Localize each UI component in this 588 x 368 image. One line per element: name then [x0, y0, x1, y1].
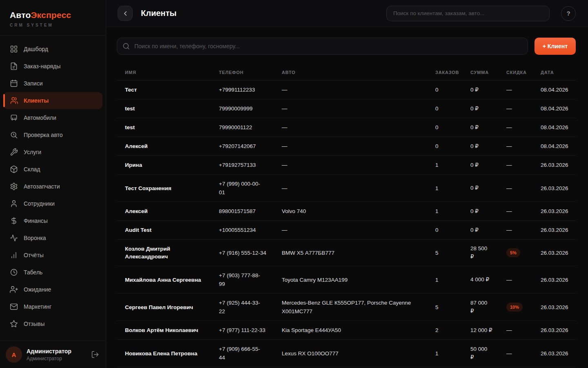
sidebar-item-dashboard[interactable]: Дашборд — [3, 40, 102, 58]
client-search-input[interactable] — [117, 38, 528, 55]
discount-value: — — [506, 277, 512, 283]
sidebar-nav: Дашборд Заказ-наряды Записи Клиенты Авто… — [0, 36, 106, 341]
table-row[interactable]: Ирина +79192757133 — 1 0 ₽ — 26.03.2026 — [117, 156, 576, 175]
bar-chart-icon — [10, 251, 18, 259]
avatar: A — [6, 346, 22, 363]
client-discount: — — [506, 162, 541, 168]
table-row[interactable]: Волков Артём Николаевич +7 (977) 111-22-… — [117, 321, 576, 340]
client-discount: — — [506, 143, 541, 149]
discount-value: — — [506, 327, 512, 333]
global-search-input[interactable] — [386, 6, 550, 21]
sidebar-item-label: Табель — [24, 269, 42, 276]
client-phone: +79991112233 — [219, 85, 282, 94]
column-header-phone: ТЕЛЕФОН — [219, 70, 282, 75]
sidebar-item-reviews[interactable]: Отзывы — [3, 315, 102, 332]
discount-value: — — [506, 124, 512, 130]
client-sum: 87 000 ₽ — [470, 299, 506, 315]
client-discount: — — [506, 227, 541, 233]
client-phone: +7 (909) 666-55- 44 — [219, 345, 282, 362]
client-sum: 0 ₽ — [470, 105, 506, 113]
sidebar-item-cars[interactable]: Автомобили — [3, 109, 102, 126]
table-row[interactable]: Козлов Дмитрий Александрович +7 (916) 55… — [117, 240, 576, 266]
mail-icon — [10, 303, 18, 311]
brand-subtitle: CRM SYSTEM — [10, 23, 96, 27]
client-phone: +7 (925) 444-33- 22 — [219, 298, 282, 316]
brand-logo: АвтоЭкспресс CRM SYSTEM — [0, 0, 106, 36]
user-plus-icon — [10, 285, 18, 294]
sidebar-item-label: Дашборд — [24, 46, 48, 52]
client-name: Волков Артём Николаевич — [117, 326, 219, 334]
sidebar-item-auto-parts[interactable]: Автозапчасти — [3, 178, 102, 195]
gear-icon — [10, 182, 18, 191]
clients-toolbar: + Клиент — [117, 38, 576, 55]
sidebar-item-finance[interactable]: Финансы — [3, 212, 102, 229]
client-sum: 0 ₽ — [470, 123, 506, 132]
client-sum: 0 ₽ — [470, 142, 506, 150]
table-row[interactable]: Алексей 898001571587 Volvo 740 1 0 ₽ — 2… — [117, 202, 576, 221]
client-auto: — — [282, 104, 434, 113]
client-sum: 50 000 ₽ — [470, 345, 506, 361]
column-header-auto: АВТО — [282, 70, 434, 75]
sidebar-item-warehouse[interactable]: Склад — [3, 161, 102, 178]
client-date: 26.03.2026 — [541, 350, 576, 357]
sidebar-item-services[interactable]: Услуги — [3, 144, 102, 161]
sidebar-item-staff[interactable]: Сотрудники — [3, 195, 102, 212]
top-header: Клиенты ? — [106, 0, 588, 27]
sidebar-item-clients[interactable]: Клиенты — [3, 92, 102, 109]
sidebar-item-records[interactable]: Записи — [3, 75, 102, 92]
logout-button[interactable] — [90, 350, 100, 359]
client-phone: 898001571587 — [219, 207, 282, 215]
client-date: 26.03.2026 — [541, 250, 576, 256]
car-icon — [10, 114, 18, 122]
sidebar-item-work-orders[interactable]: Заказ-наряды — [3, 58, 102, 75]
client-phone: 79990001122 — [219, 123, 282, 132]
sidebar-item-funnel[interactable]: Воронка — [3, 229, 102, 247]
table-row[interactable]: Сергеев Павел Игоревич +7 (925) 444-33- … — [117, 294, 576, 321]
client-discount: — — [506, 185, 541, 191]
back-button[interactable] — [118, 6, 133, 21]
sidebar-item-car-check[interactable]: Проверка авто — [3, 126, 102, 144]
table-row[interactable]: Тест +79991112233 — 0 0 ₽ — 08.04.2026 — [117, 81, 576, 99]
client-orders: 1 — [434, 185, 470, 191]
sidebar-item-marketing[interactable]: Маркетинг — [3, 298, 102, 315]
client-sum: 0 ₽ — [470, 184, 506, 192]
client-discount: — — [506, 87, 541, 93]
table-row[interactable]: Михайлова Анна Сергеевна +7 (903) 777-88… — [117, 266, 576, 294]
sidebar-item-waiting[interactable]: Ожидание — [3, 281, 102, 298]
client-phone: +79192757133 — [219, 161, 282, 169]
client-date: 08.04.2026 — [541, 124, 576, 130]
client-discount: — — [506, 105, 541, 112]
sidebar-item-label: Отзывы — [24, 321, 45, 327]
table-row[interactable]: test 79990001122 — 0 0 ₽ — 08.04.2026 — [117, 118, 576, 137]
discount-value: — — [506, 143, 512, 149]
client-orders: 0 — [434, 227, 470, 233]
sidebar-item-reports[interactable]: Отчёты — [3, 247, 102, 264]
table-row[interactable]: test 79990009999 — 0 0 ₽ — 08.04.2026 — [117, 99, 576, 118]
main-area: Клиенты ? + Клиент ИМЯ ТЕЛЕФОН АВТО ЗАКА… — [106, 0, 588, 368]
client-auto: Volvo 740 — [282, 207, 434, 215]
help-button[interactable]: ? — [561, 6, 576, 21]
sidebar-item-label: Проверка авто — [24, 132, 63, 138]
column-header-sum: СУММА — [470, 70, 506, 75]
sidebar-item-label: Сотрудники — [24, 200, 55, 207]
activity-icon — [10, 234, 18, 242]
search-check-icon — [10, 131, 18, 139]
client-orders: 1 — [434, 350, 470, 357]
client-name: Новикова Елена Петровна — [117, 350, 219, 357]
table-row[interactable]: Новикова Елена Петровна +7 (909) 666-55-… — [117, 340, 576, 367]
client-discount: 5% — [506, 248, 541, 257]
client-orders: 1 — [434, 208, 470, 214]
client-auto: — — [282, 161, 434, 169]
clients-icon — [10, 96, 18, 105]
client-phone: +10005551234 — [219, 226, 282, 234]
table-header-row: ИМЯ ТЕЛЕФОН АВТО ЗАКАЗОВ СУММА СКИДКА ДА… — [117, 65, 576, 81]
table-row[interactable]: Алексей +79207142067 — 0 0 ₽ — 08.04.202… — [117, 137, 576, 156]
sidebar-item-timesheet[interactable]: Табель — [3, 264, 102, 281]
clients-page: + Клиент ИМЯ ТЕЛЕФОН АВТО ЗАКАЗОВ СУММА … — [106, 27, 588, 368]
add-client-button[interactable]: + Клиент — [535, 38, 576, 55]
clients-table: ИМЯ ТЕЛЕФОН АВТО ЗАКАЗОВ СУММА СКИДКА ДА… — [117, 65, 576, 368]
table-row[interactable]: Audit Test +10005551234 — 0 0 ₽ — 26.03.… — [117, 221, 576, 240]
client-auto: — — [282, 123, 434, 132]
table-row[interactable]: Тест Сохранения +7 (999) 000-00- 01 — 1 … — [117, 175, 576, 202]
user-name: Администратор — [27, 348, 71, 355]
